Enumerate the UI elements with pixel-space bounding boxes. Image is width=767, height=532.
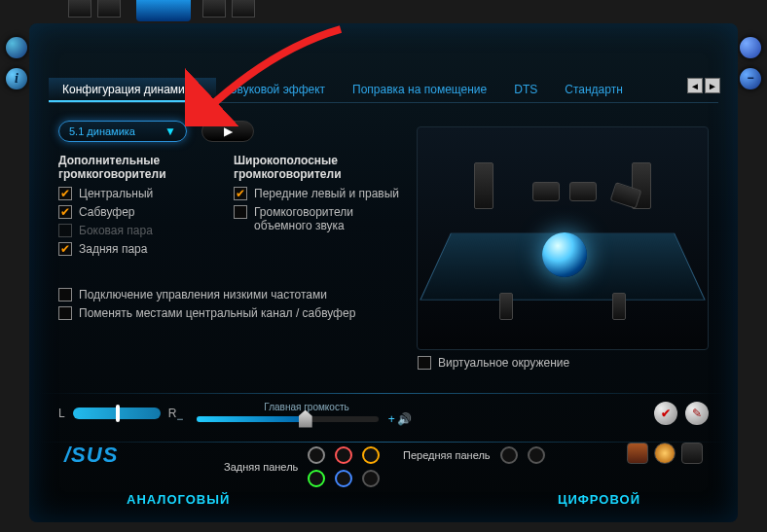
tab-next-button[interactable]: ► — [705, 78, 720, 93]
reset-button[interactable] — [685, 402, 709, 425]
footer-btn-3[interactable] — [681, 443, 703, 464]
tabs: Конфигурация динамиков Звуковой эффект П… — [49, 78, 718, 103]
listener-orb-icon — [542, 232, 587, 277]
rear-panel-label: Задняя панель — [224, 461, 298, 473]
jack-front-1[interactable] — [500, 446, 518, 464]
chk-virtual-surround[interactable]: Виртуальное окружение — [418, 351, 569, 374]
fullrange-speakers-group: Широкополосные громкоговорители Передние… — [234, 154, 400, 261]
jack-red[interactable] — [335, 446, 352, 464]
chk-surround[interactable]: Громкоговорители объемного звука — [234, 205, 400, 232]
chk-front-lr[interactable]: Передние левый и правый — [234, 187, 400, 200]
tab-sound-effect[interactable]: Звуковой эффект — [216, 78, 339, 102]
speaker-config-dropdown[interactable]: 5.1 динамика ▼ — [58, 121, 187, 142]
footer-btn-1[interactable] — [627, 443, 648, 464]
jack-grey[interactable] — [308, 446, 325, 464]
speaker-icon[interactable] — [474, 162, 493, 209]
jack-black[interactable] — [362, 470, 380, 487]
settings-button[interactable] — [6, 37, 27, 58]
tab-dts[interactable]: DTS — [500, 78, 551, 102]
speaker-icon[interactable] — [569, 182, 597, 201]
jack-blue[interactable] — [335, 470, 352, 487]
asus-logo: /SUS — [64, 443, 118, 468]
speaker-icon[interactable] — [499, 293, 513, 320]
front-panel-label: Передняя панель — [403, 449, 491, 461]
chk-rear-pair[interactable]: Задняя пара — [58, 242, 204, 256]
minimize-button[interactable]: − — [740, 68, 761, 89]
main-volume-label: Главная громкость — [264, 402, 348, 412]
top-decoration — [29, 0, 738, 23]
mode-analog[interactable]: АНАЛОГОВЫЙ — [127, 492, 230, 507]
tab-prev-button[interactable]: ◄ — [687, 78, 703, 93]
tab-scroll: ◄ ► — [685, 78, 720, 93]
chk-center[interactable]: Центральный — [58, 187, 204, 200]
info-button[interactable]: i — [6, 68, 27, 89]
balance-R-label: R — [168, 407, 177, 420]
balance-slider[interactable] — [73, 408, 161, 419]
tab-room-correction[interactable]: Поправка на помещение — [339, 78, 500, 102]
speaker-icon[interactable] — [532, 182, 560, 201]
chevron-down-icon: ▼ — [164, 124, 176, 138]
speaker-icon[interactable] — [612, 293, 626, 320]
volume-plus: + — [388, 412, 395, 426]
play-test-button[interactable]: ▶ — [201, 121, 254, 142]
footer: /SUS Задняя панель Передняя панель — [58, 443, 709, 509]
volume-row: L R Главная громкость − + 🔊 — [58, 394, 709, 433]
tab-speaker-config[interactable]: Конфигурация динамиков — [49, 78, 216, 102]
jack-front-2[interactable] — [528, 446, 545, 464]
dropdown-value: 5.1 динамика — [69, 125, 135, 137]
close-button[interactable] — [740, 37, 761, 58]
mode-digital[interactable]: ЦИФРОВОЙ — [558, 492, 640, 507]
sound-icon: 🔊 — [397, 412, 412, 426]
speaker-stage: Виртуальное окружение — [417, 126, 709, 350]
chk-side-pair: Боковая пара — [58, 224, 204, 237]
balance-L-label: L — [58, 407, 65, 420]
jack-green[interactable] — [308, 470, 325, 487]
main-volume-slider[interactable] — [197, 416, 378, 422]
jack-orange[interactable] — [362, 446, 380, 464]
app-frame: Конфигурация динамиков Звуковой эффект П… — [29, 23, 738, 522]
fullrange-speakers-title: Широкополосные громкоговорители — [234, 154, 380, 181]
additional-speakers-group: Дополнительные громкоговорители Централь… — [58, 154, 204, 261]
tab-default[interactable]: Стандартн — [551, 78, 637, 102]
play-icon: ▶ — [224, 124, 233, 138]
footer-btn-2[interactable] — [654, 443, 676, 464]
additional-speakers-title: Дополнительные громкоговорители — [58, 154, 204, 181]
apply-button[interactable] — [654, 402, 677, 425]
chk-subwoofer[interactable]: Сабвуфер — [58, 205, 204, 219]
